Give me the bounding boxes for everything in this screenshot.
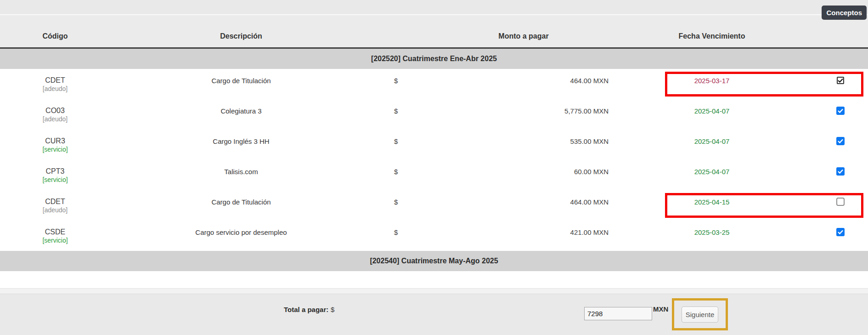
table-row: CUR3[servicio]Cargo Inglés 3 HH$535.00 M… (0, 130, 868, 160)
monto-cell: $60.00 MXN (372, 160, 611, 190)
checkmark-icon (838, 169, 843, 174)
section-header: [202520] Cuatrimestre Ene-Abr 2025 (0, 49, 868, 69)
checkmark-icon (838, 139, 843, 143)
currency-symbol: $ (394, 167, 398, 190)
fecha-cell: 2025-04-15 (611, 190, 813, 221)
total-label: Total a pagar: (284, 306, 328, 313)
concept-code: CUR3 (45, 136, 65, 145)
currency-symbol: $ (394, 228, 398, 251)
bottom-spacer (0, 271, 868, 288)
section-header: [202540] Cuatrimestre May-Ago 2025 (0, 251, 868, 271)
currency-symbol: $ (394, 107, 398, 130)
due-date: 2025-04-07 (611, 137, 813, 146)
table-row: CDET[adeudo]Cargo de Titulación$464.00 M… (0, 69, 868, 99)
amount-value: 5,775.00 MXN (564, 107, 609, 130)
column-header-codigo: Código (0, 32, 110, 47)
monto-cell: $421.00 MXN (372, 221, 611, 251)
table-header-row: Código Descripción Monto a pagar Fecha V… (0, 15, 868, 49)
due-date: 2025-03-25 (611, 228, 813, 237)
concept-type-tag: [servicio] (42, 176, 68, 184)
due-date: 2025-04-15 (611, 198, 813, 207)
description-cell: Cargo Inglés 3 HH (110, 130, 372, 160)
concept-type-tag: [servicio] (42, 236, 68, 245)
checkbox-cell (813, 221, 868, 251)
concept-type-tag: [servicio] (42, 145, 68, 154)
checkmark-icon (838, 108, 843, 113)
column-header-checkbox (813, 40, 868, 47)
checkbox-cell (813, 99, 868, 130)
codigo-cell: CUR3[servicio] (0, 130, 110, 160)
codigo-cell: CPT3[servicio] (0, 160, 110, 190)
concept-code: CDET (45, 197, 65, 206)
checkbox-cell (813, 130, 868, 160)
concept-code: CPT3 (46, 167, 65, 176)
fecha-cell: 2025-03-25 (611, 221, 813, 251)
description-cell: Colegiatura 3 (110, 99, 372, 130)
fecha-cell: 2025-04-07 (611, 160, 813, 190)
codigo-cell: CO03[adeudo] (0, 99, 110, 130)
concept-code: CSDE (45, 227, 65, 236)
checkmark-icon (838, 230, 843, 234)
due-date: 2025-04-07 (611, 167, 813, 176)
table-body: [202520] Cuatrimestre Ene-Abr 2025CDET[a… (0, 49, 868, 271)
concept-code: CO03 (45, 106, 65, 115)
fecha-cell: 2025-03-17 (611, 69, 813, 99)
concept-code: CDET (45, 76, 65, 85)
currency-code-label: MXN (653, 305, 668, 313)
due-date: 2025-03-17 (611, 76, 813, 85)
monto-cell: $5,775.00 MXN (372, 99, 611, 130)
description-cell: Talisis.com (110, 160, 372, 190)
currency-symbol: $ (394, 198, 398, 221)
column-header-descripcion: Descripción (110, 32, 372, 47)
row-checkbox[interactable] (836, 137, 845, 145)
description-cell: Cargo de Titulación (110, 190, 372, 221)
checkmark-icon (838, 78, 843, 83)
total-currency-symbol: $ (331, 306, 334, 313)
monto-cell: $535.00 MXN (372, 130, 611, 160)
row-checkbox[interactable] (837, 77, 844, 84)
checkbox-cell (813, 69, 868, 99)
table-row: CPT3[servicio]Talisis.com$60.00 MXN2025-… (0, 160, 868, 190)
monto-cell: $464.00 MXN (372, 190, 611, 221)
amount-value: 421.00 MXN (570, 228, 609, 251)
column-header-monto: Monto a pagar (372, 32, 611, 47)
row-checkbox[interactable] (836, 167, 845, 176)
total-footer: Total a pagar: $ MXN Siguiente (0, 294, 868, 335)
table-row: CSDE[servicio]Cargo servicio por desempl… (0, 221, 868, 251)
description-cell: Cargo de Titulación (110, 69, 372, 99)
row-checkbox[interactable] (836, 228, 845, 236)
checkbox-cell (813, 190, 868, 221)
amount-value: 535.00 MXN (570, 137, 609, 160)
column-header-fecha: Fecha Vencimiento (611, 32, 813, 47)
top-bar (0, 0, 868, 15)
row-checkbox[interactable] (836, 107, 845, 115)
conceptos-tooltip: Conceptos (822, 6, 867, 20)
currency-symbol: $ (394, 137, 398, 160)
table-row: CO03[adeudo]Colegiatura 3$5,775.00 MXN20… (0, 99, 868, 130)
concept-type-tag: [adeudo] (43, 115, 68, 124)
amount-value: 464.00 MXN (570, 76, 609, 99)
concept-type-tag: [adeudo] (43, 85, 68, 93)
checkbox-cell (813, 160, 868, 190)
codigo-cell: CDET[adeudo] (0, 190, 110, 221)
description-cell: Cargo servicio por desempleo (110, 221, 372, 251)
monto-cell: $464.00 MXN (372, 69, 611, 99)
total-amount-input[interactable] (584, 307, 652, 320)
codigo-cell: CDET[adeudo] (0, 69, 110, 99)
due-date: 2025-04-07 (611, 107, 813, 116)
codigo-cell: CSDE[servicio] (0, 221, 110, 251)
fecha-cell: 2025-04-07 (611, 99, 813, 130)
row-checkbox[interactable] (836, 198, 845, 206)
table-row: CDET[adeudo]Cargo de Titulación$464.00 M… (0, 190, 868, 221)
amount-value: 60.00 MXN (574, 167, 609, 190)
next-button-highlight-box: Siguiente (672, 298, 728, 330)
siguiente-button[interactable]: Siguiente (682, 307, 718, 323)
pre-footer-strip (0, 288, 868, 294)
fecha-cell: 2025-04-07 (611, 130, 813, 160)
concept-type-tag: [adeudo] (43, 206, 68, 215)
currency-symbol: $ (394, 76, 398, 99)
amount-value: 464.00 MXN (570, 198, 609, 221)
